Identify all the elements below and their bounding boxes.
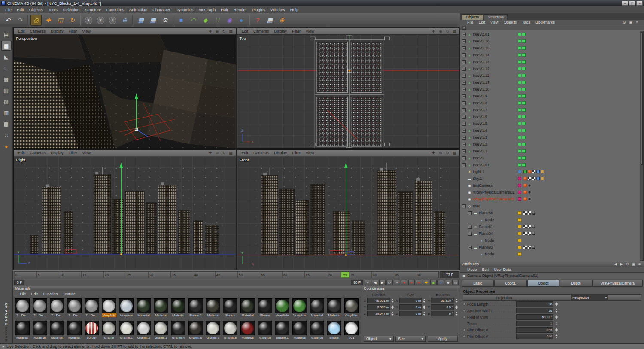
tag-icon[interactable] [523, 246, 527, 249]
material-thumbnail[interactable]: 7 - De... [49, 297, 66, 320]
om-menu-icon[interactable]: ≡ [635, 20, 640, 24]
layer-color-dot[interactable] [518, 252, 521, 256]
layer-color-dot[interactable] [518, 211, 521, 215]
material-name[interactable]: Material [155, 313, 167, 317]
object-row[interactable]: + treeV1.1 [460, 148, 644, 155]
layer-color-dot[interactable] [518, 115, 521, 118]
material-thumbnail[interactable]: Material [135, 297, 152, 320]
viewport-menu-item[interactable]: Filter [290, 151, 303, 155]
minimize-button[interactable]: – [622, 1, 628, 6]
material-thumbnail[interactable]: Material [291, 320, 308, 342]
keyframe-dot[interactable] [463, 316, 466, 319]
add-nurbs-icon[interactable]: ◆ [200, 15, 211, 26]
layer-color-dot[interactable] [518, 67, 521, 70]
add-environment-icon[interactable]: ● [236, 15, 247, 26]
tiles-icon[interactable]: ▥ [1, 108, 12, 118]
material-name[interactable]: Graffiti.7 [207, 336, 219, 340]
object-label[interactable]: Plane94 [479, 231, 493, 236]
add-spline-icon[interactable]: ◠ [188, 15, 199, 26]
object-label[interactable]: treeV1.12 [473, 67, 489, 71]
attr-menu-icon[interactable]: ≡ [637, 262, 642, 266]
object-label[interactable]: VRayPhysicalCamera02 [473, 190, 515, 194]
material-name[interactable]: 7 - De... [68, 313, 80, 317]
object-row[interactable]: Node [460, 251, 644, 258]
menu-item[interactable]: Dynamics [173, 7, 196, 12]
object-label[interactable]: treeV1.1 [473, 149, 487, 153]
visibility-dot[interactable] [522, 67, 526, 70]
tag-icon[interactable] [532, 232, 535, 235]
object-label[interactable]: testCamera [473, 183, 493, 188]
material-thumbnail[interactable]: Steam [256, 297, 273, 320]
material-name[interactable]: Material [16, 336, 28, 340]
object-label[interactable]: treeV1 [473, 156, 484, 160]
material-name[interactable]: Material [328, 313, 340, 317]
tag-icon[interactable] [523, 211, 527, 215]
material-thumbnail[interactable]: Material [256, 320, 273, 342]
tag-icon[interactable] [532, 170, 535, 173]
visibility-dot[interactable] [522, 94, 526, 98]
material-name[interactable]: VrayAdv [102, 313, 116, 317]
material-name[interactable]: Graffiti.2 [137, 336, 150, 340]
coordinate-field[interactable]: 0.5 ° [431, 304, 454, 310]
coordinate-system-icon[interactable]: ⊕ [119, 15, 130, 26]
material-name[interactable]: VrayAdv [293, 313, 306, 317]
tag-icon[interactable] [523, 191, 527, 194]
pan-view-icon[interactable]: ✚ [208, 151, 213, 155]
tag-icon[interactable] [532, 211, 535, 215]
lock-x-axis-icon[interactable]: X [83, 15, 94, 26]
material-thumbnail[interactable]: Material [308, 297, 325, 320]
viewport-menu-item[interactable]: Edit [240, 151, 251, 155]
expand-toggle-icon[interactable]: + [462, 122, 466, 126]
layer-color-dot[interactable] [518, 53, 521, 57]
zoom-view-icon[interactable]: ⊕ [215, 151, 220, 155]
menu-item[interactable]: Edit [14, 7, 26, 12]
object-row[interactable]: VRayPhysicalCamera02 [460, 189, 644, 196]
material-thumbnail[interactable]: 7 - De... [83, 297, 100, 320]
expand-toggle-icon[interactable]: + [462, 33, 466, 36]
menu-item[interactable]: Tools [46, 7, 60, 12]
viewport-menu-item[interactable]: Cameras [28, 151, 48, 155]
material-name[interactable]: 7 - De... [85, 313, 97, 317]
expand-toggle-icon[interactable]: + [462, 46, 466, 50]
attr-lock-icon[interactable]: ▣ [631, 262, 636, 266]
key-rotation-icon[interactable]: ↻ [437, 280, 444, 285]
object-row[interactable]: + treeV1.6 [460, 113, 644, 120]
object-row[interactable]: testCamera [460, 182, 644, 189]
tag-icon[interactable] [528, 191, 531, 194]
material-thumbnail[interactable]: Material [31, 320, 48, 342]
material-thumbnail[interactable]: Steam [325, 320, 343, 342]
rotate-view-icon[interactable]: ↻ [445, 151, 450, 155]
pan-view-icon[interactable]: ✚ [431, 29, 436, 33]
coordinate-field[interactable]: -39.047 m [367, 311, 390, 316]
expand-toggle-icon[interactable]: + [462, 108, 466, 112]
layer-color-dot[interactable] [518, 184, 521, 187]
tag-icon[interactable] [523, 232, 527, 235]
prev-key-icon[interactable]: ◀ [372, 280, 378, 285]
play-icon[interactable]: ▶ [379, 280, 386, 285]
menu-item[interactable]: Window [268, 7, 288, 12]
material-thumbnail[interactable]: VrayBlen [343, 297, 360, 320]
visibility-dot[interactable] [522, 33, 526, 36]
object-row[interactable]: + treeV1.5 [460, 120, 644, 127]
coordinate-spinner[interactable] [391, 311, 394, 316]
object-row[interactable]: − Plane88 [460, 209, 644, 216]
viewport-menu-item[interactable]: View [80, 151, 93, 155]
material-thumbnail[interactable]: Material [325, 297, 343, 320]
coordinate-field[interactable]: 0 ° [431, 311, 454, 316]
object-label[interactable]: Sky.1 [473, 176, 482, 181]
object-row[interactable]: Sky.1 [460, 175, 644, 182]
coordinate-spinner[interactable] [455, 304, 458, 310]
attribute-value-field[interactable]: 0 %▾ [516, 327, 553, 333]
attribute-tab[interactable]: Coord. [494, 280, 526, 287]
viewport-menu-item[interactable]: View [304, 29, 316, 33]
materials-menu-item[interactable]: Texture [61, 292, 79, 296]
om-search-icon[interactable]: ⊙ [622, 20, 627, 24]
material-name[interactable]: Material [172, 313, 184, 317]
pan-view-icon[interactable]: ✚ [208, 29, 213, 33]
expand-toggle-icon[interactable]: + [462, 67, 466, 71]
object-label[interactable]: Node [485, 238, 494, 243]
attribute-tab[interactable]: Basic [462, 280, 494, 287]
object-label[interactable]: treeV1.15 [473, 46, 489, 50]
material-thumbnail[interactable]: VrayAdv [291, 297, 308, 320]
rows-icon[interactable]: ▤ [1, 119, 12, 129]
